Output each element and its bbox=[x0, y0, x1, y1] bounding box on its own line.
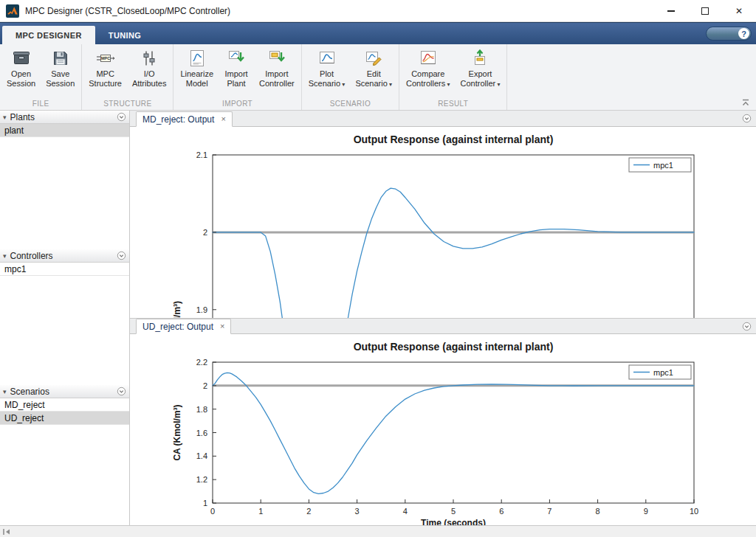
panel-plants: ▾Plantsplant bbox=[0, 111, 129, 249]
circle-actions-icon[interactable] bbox=[117, 251, 126, 260]
statusbar bbox=[0, 525, 756, 537]
ribbon-tab-bar: MPC DESIGNER TUNING ? bbox=[0, 22, 756, 44]
export-controller-button[interactable]: ExportController ▾ bbox=[456, 46, 506, 99]
dropdown-caret-icon: ▾ bbox=[340, 81, 345, 88]
x-tick-label: 8 bbox=[596, 507, 600, 516]
export-controller-icon bbox=[470, 49, 489, 68]
toolstrip: OpenSessionSaveSessionFILEMPCMPCStructur… bbox=[0, 44, 756, 111]
panel-title: Plants bbox=[10, 112, 35, 122]
workspace: ▾Plantsplant▾Controllersmpc1▾ScenariosMD… bbox=[0, 111, 756, 525]
toolstrip-button-label: OpenSession bbox=[7, 69, 35, 89]
toolstrip-group-label-import: IMPORT bbox=[175, 99, 299, 110]
legend[interactable]: mpc1 bbox=[629, 365, 691, 379]
x-tick-label: 10 bbox=[690, 507, 698, 516]
toolstrip-button-label: SaveSession bbox=[46, 69, 75, 89]
dropdown-caret-icon: ▾ bbox=[495, 81, 500, 88]
chart-area: Output Response (against internal plant)… bbox=[130, 334, 756, 525]
mpc-structure-button[interactable]: MPCMPCStructure bbox=[83, 46, 127, 99]
panel-scenarios: ▾ScenariosMD_rejectUD_reject bbox=[0, 385, 129, 525]
mpc-designer-window: { "window": { "title": "MPC Designer (CS… bbox=[0, 0, 756, 537]
dropdown-caret-icon: ▾ bbox=[445, 81, 450, 88]
x-tick-label: 5 bbox=[451, 507, 456, 516]
sidebar: ▾Plantsplant▾Controllersmpc1▾ScenariosMD… bbox=[0, 111, 130, 525]
document-md-reject-output: MD_reject: Output×Output Response (again… bbox=[130, 111, 756, 318]
y-axis-label: CA (Kmol/m³) bbox=[172, 404, 182, 460]
chevron-down-icon: ▾ bbox=[3, 114, 7, 121]
legend-entry: mpc1 bbox=[653, 161, 673, 170]
y-tick-label: 2 bbox=[203, 228, 207, 237]
close-button[interactable]: ✕ bbox=[722, 0, 756, 21]
plot-scenario-icon bbox=[317, 49, 337, 68]
panel-title: Controllers bbox=[10, 251, 53, 261]
tab-tuning[interactable]: TUNING bbox=[95, 26, 155, 44]
compare-controllers-button[interactable]: CompareControllers ▾ bbox=[401, 46, 455, 99]
list-item-plant[interactable]: plant bbox=[0, 124, 129, 137]
document-tab-label: UD_reject: Output bbox=[142, 322, 213, 332]
collapse-left-button[interactable] bbox=[2, 528, 11, 536]
circle-actions-icon[interactable] bbox=[117, 112, 126, 122]
panel-header-controllers[interactable]: ▾Controllers bbox=[0, 249, 129, 263]
y-tick-label: 1.6 bbox=[196, 429, 207, 437]
y-tick-label: 2.1 bbox=[196, 150, 207, 159]
document-ud-reject-output: UD_reject: Output×Output Response (again… bbox=[130, 318, 756, 525]
toolstrip-group-result: CompareControllers ▾ExportController ▾RE… bbox=[399, 44, 507, 110]
chart-area: Output Response (against internal plant)… bbox=[130, 127, 756, 318]
y-tick-label: 1 bbox=[203, 499, 207, 507]
x-tick-label: 2 bbox=[306, 507, 311, 516]
toolstrip-button-label: I/OAttributes bbox=[132, 69, 166, 89]
import-plant-button[interactable]: ImportPlant bbox=[219, 46, 254, 99]
window-controls: ✕ bbox=[654, 0, 756, 21]
list-item-mpc1[interactable]: mpc1 bbox=[0, 263, 129, 276]
dropdown-caret-icon: ▾ bbox=[388, 81, 392, 88]
x-tick-label: 0 bbox=[210, 507, 215, 516]
help-icon: ? bbox=[738, 28, 749, 39]
import-controller-icon bbox=[267, 49, 286, 68]
output-response-plot: Output Response (against internal plant)… bbox=[130, 334, 756, 525]
minimize-button[interactable] bbox=[654, 0, 688, 21]
x-tick-label: 1 bbox=[258, 507, 263, 516]
toolstrip-groups: OpenSessionSaveSessionFILEMPCMPCStructur… bbox=[0, 44, 507, 110]
x-tick-label: 9 bbox=[644, 507, 648, 516]
list-item-md-reject[interactable]: MD_reject bbox=[0, 398, 129, 412]
toolstrip-group-label-result: RESULT bbox=[401, 99, 505, 110]
chevron-down-icon: ▾ bbox=[3, 388, 7, 395]
toolstrip-group-scenario: PlotScenario ▾EditScenario ▾SCENARIO bbox=[302, 44, 399, 110]
document-tab-ud-reject-output[interactable]: UD_reject: Output× bbox=[136, 319, 231, 334]
y-tick-label: 2 bbox=[203, 381, 207, 390]
chevron-down-icon: ▾ bbox=[3, 252, 7, 260]
io-attributes-icon bbox=[140, 49, 159, 68]
plot-scenario-button[interactable]: PlotScenario ▾ bbox=[303, 46, 351, 99]
panel-body-controllers: mpc1 bbox=[0, 263, 129, 385]
list-item-ud-reject[interactable]: UD_reject bbox=[0, 412, 129, 425]
circle-actions-icon[interactable] bbox=[742, 114, 752, 123]
open-session-icon bbox=[12, 49, 31, 68]
edit-scenario-button[interactable]: EditScenario ▾ bbox=[350, 46, 397, 99]
close-icon[interactable]: × bbox=[220, 322, 224, 330]
i-o-attributes-button[interactable]: I/OAttributes bbox=[127, 46, 171, 99]
circle-actions-icon[interactable] bbox=[117, 387, 126, 396]
open-session-button[interactable]: OpenSession bbox=[1, 46, 41, 99]
toolstrip-group-file: OpenSessionSaveSessionFILE bbox=[0, 44, 82, 110]
panel-controllers: ▾Controllersmpc1 bbox=[0, 249, 129, 385]
legend-entry: mpc1 bbox=[653, 368, 673, 377]
help-button[interactable]: ? bbox=[706, 27, 752, 41]
document-tab-md-reject-output[interactable]: MD_reject: Output× bbox=[136, 111, 233, 127]
y-tick-label: 1.4 bbox=[196, 451, 207, 460]
circle-actions-icon[interactable] bbox=[742, 322, 752, 331]
linearize-model-button[interactable]: LinearizeModel bbox=[175, 46, 219, 99]
tab-mpc-designer[interactable]: MPC DESIGNER bbox=[2, 26, 95, 44]
maximize-button[interactable] bbox=[688, 0, 722, 21]
panel-title: Scenarios bbox=[10, 387, 49, 397]
panel-header-plants[interactable]: ▾Plants bbox=[0, 111, 129, 124]
toolstrip-group-import: LinearizeModelImportPlantImportControlle… bbox=[173, 44, 301, 110]
toolstrip-group-label-scenario: SCENARIO bbox=[303, 99, 397, 110]
collapse-toolstrip-button[interactable] bbox=[741, 98, 750, 107]
toolstrip-button-label: ImportPlant bbox=[224, 69, 247, 89]
legend[interactable]: mpc1 bbox=[629, 158, 691, 172]
import-plant-icon bbox=[227, 49, 246, 68]
save-session-button[interactable]: SaveSession bbox=[41, 46, 80, 99]
import-controller-button[interactable]: ImportController bbox=[254, 46, 300, 99]
close-icon[interactable]: × bbox=[221, 115, 225, 123]
panel-header-scenarios[interactable]: ▾Scenarios bbox=[0, 385, 129, 398]
edit-scenario-icon bbox=[364, 49, 383, 68]
